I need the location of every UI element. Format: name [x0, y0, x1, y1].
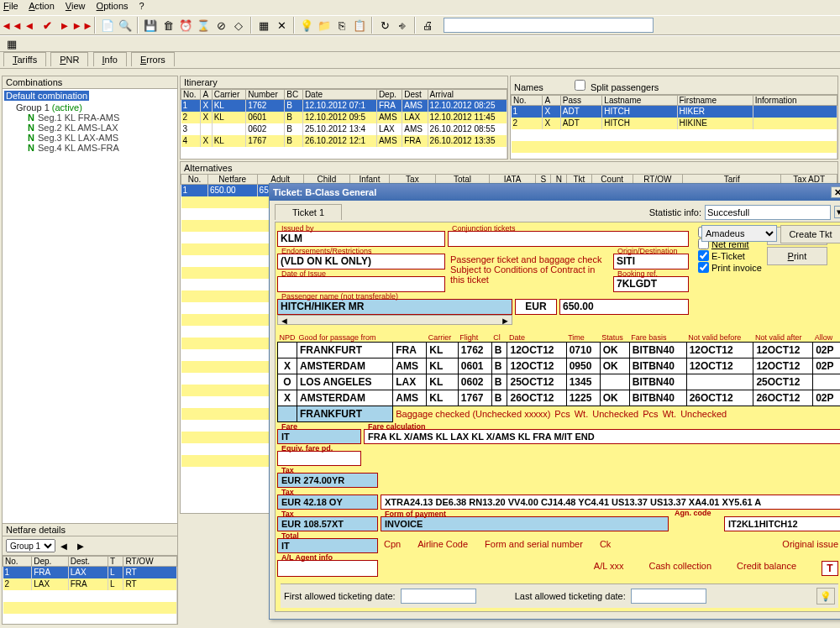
prev-icon[interactable]: ◄ [21, 17, 38, 34]
tree-seg-1[interactable]: NSeg.1 KL FRA-AMS [28, 113, 176, 123]
itinerary-title: Itinerary [181, 76, 507, 88]
itinerary-panel: Itinerary No.ACarrierNumberBCDateDep.Des… [180, 76, 508, 160]
split-passengers-checkbox[interactable] [575, 80, 585, 91]
table-row[interactable]: 2XADTHITCHHIKINE [512, 118, 837, 129]
hourglass-icon[interactable]: ⌛ [195, 17, 212, 34]
tab-tariffs[interactable]: Tariffs [3, 52, 46, 66]
menu-view[interactable]: View [66, 1, 86, 11]
rewind-icon[interactable]: ◄◄ [3, 17, 20, 34]
scroll-left-icon[interactable]: ◄ [280, 316, 289, 324]
alternatives-title: Alternatives [181, 162, 837, 174]
tab-strip: Tariffs PNR Info Errors [0, 52, 840, 69]
netfare-title: Netfare details [3, 524, 177, 536]
next-icon[interactable]: ► [56, 17, 73, 34]
ticket-form: Amadeus Create Tkt Direct Tkt. Net remit… [275, 222, 840, 612]
clock-icon[interactable]: ⏰ [177, 17, 194, 34]
table-row[interactable]: 2LAXFRALRT [3, 578, 177, 590]
names-title: Names Split passengers [511, 76, 837, 94]
save-icon[interactable]: 💾 [142, 17, 159, 34]
ticket-window: Ticket: B-Class General ✕ Ticket 1 Stati… [269, 183, 840, 620]
table-row[interactable]: 1FRALAXLRT [3, 567, 177, 578]
print-icon[interactable]: 🖨 [419, 17, 436, 34]
agn-code: IT2KL1HITCH12 [728, 519, 798, 529]
tree-seg-2[interactable]: NSeg.2 KL AMS-LAX [28, 123, 176, 133]
bulb-icon[interactable]: 💡 [298, 17, 315, 34]
db-icon[interactable]: ▦ [255, 17, 272, 34]
ticketing-dates-row: First allowed ticketing date: Last allow… [281, 584, 838, 608]
menu-file[interactable]: FFileile [3, 1, 18, 11]
table-row[interactable]: 1XKL1762B12.10.2012 07:1FRAAMS12.10.2012… [181, 100, 507, 112]
netfare-grid[interactable]: No.Dep.Dest.TRT/OW 1FRALAXLRT 2LAXFRALRT [3, 555, 177, 624]
stat-dropdown-icon[interactable]: ▾ [834, 206, 840, 218]
tree-seg-4[interactable]: NSeg.4 KL AMS-FRA [28, 143, 176, 153]
small-btn-1[interactable]: ▦ [3, 35, 20, 52]
toolbar-main: ◄◄ ◄ ✔ ► ►► 📄 🔍 💾 🗑 ⏰ ⌛ ⊘ ◇ ▦ ✕ 💡 📁 ⎘ 📋 … [0, 15, 840, 35]
names-panel: Names Split passengers No.APassLastnameF… [510, 76, 838, 160]
folder-icon[interactable]: 📁 [316, 17, 333, 34]
table-row[interactable]: 2XKL0601B12.10.2012 09:5AMSLAX12.10.2012… [181, 112, 507, 123]
segment-last-row: FRANKFURTBaggage checked (Unchecked xxxx… [278, 406, 841, 422]
last-date-label: Last allowed ticketing date: [515, 591, 626, 601]
paste-icon[interactable]: 📋 [351, 17, 368, 34]
stat-label: Statistic info: [649, 207, 701, 217]
menu-help[interactable]: ? [139, 1, 144, 11]
table-row[interactable]: 1XADTHITCHHIKER [512, 106, 837, 118]
ffwd-icon[interactable]: ►► [74, 17, 91, 34]
door-icon[interactable]: ⎆ [394, 17, 411, 34]
netfare-next-icon[interactable]: ► [72, 537, 89, 554]
netfare-group-select[interactable]: Group 1 [6, 539, 55, 552]
create-ticket-button[interactable]: Create Tkt [780, 225, 840, 243]
ticket-tab-1[interactable]: Ticket 1 [275, 204, 342, 220]
print-button[interactable]: Print [767, 247, 827, 265]
refresh-icon[interactable]: ↻ [376, 17, 393, 34]
segment-row[interactable]: XAMSTERDAMAMSKL1767B26OCT121225OKBITBN40… [278, 390, 841, 406]
table-row[interactable]: 4XKL1767B26.10.2012 12:1AMSFRA26.10.2012… [181, 135, 507, 147]
print-invoice-checkbox[interactable] [698, 262, 709, 273]
combinations-title: Combinations [3, 76, 177, 89]
netfare-details-panel: Netfare details Group 1 ◄ ► No.Dep.Dest.… [3, 523, 177, 624]
first-date-input[interactable] [401, 589, 476, 604]
delete-icon[interactable]: 🗑 [160, 17, 176, 34]
segment-row[interactable]: FRANKFURTFRAKL1762B12OCT120710OKBITBN401… [278, 343, 841, 358]
segment-row[interactable]: XAMSTERDAMAMSKL0601B12OCT120950OKBITBN40… [278, 358, 841, 374]
segment-row[interactable]: OLOS ANGELESLAXKL0602B25OCT121345BITBN40… [278, 374, 841, 390]
table-row[interactable]: 30602B25.10.2012 13:4LAXAMS26.10.2012 08… [181, 123, 507, 135]
eticket-checkbox[interactable] [698, 250, 709, 261]
tab-pnr[interactable]: PNR [50, 52, 88, 66]
fare-calc: FRA KL X/AMS KL LAX KL X/AMS KL FRA M/IT… [368, 432, 595, 442]
cancel-icon[interactable]: ⊘ [213, 17, 229, 34]
menu-options[interactable]: Options [97, 1, 129, 11]
close-icon[interactable]: ✕ [831, 186, 840, 198]
endorsement-value: (VLD ON KL ONLY) [281, 255, 442, 268]
copy-icon[interactable]: ⎘ [333, 17, 350, 34]
ticket-title: Ticket: B-Class General [273, 187, 376, 197]
booking-ref: 7KLGDT [617, 278, 685, 290]
tree-root[interactable]: Default combination [4, 91, 89, 101]
combinations-tree[interactable]: Default combination Group 1 (active) NSe… [3, 89, 177, 523]
send-icon[interactable]: ◇ [230, 17, 247, 34]
ticket-titlebar[interactable]: Ticket: B-Class General ✕ [270, 184, 840, 201]
ticket-actions: Amadeus Create Tkt Direct Tkt. Net remit… [698, 225, 840, 273]
doc-icon[interactable]: 📄 [99, 17, 116, 34]
netfare-prev-icon[interactable]: ◄ [55, 537, 72, 554]
tree-group[interactable]: Group 1 (active) [16, 102, 82, 113]
scroll-right-icon[interactable]: ► [501, 316, 510, 324]
check-icon[interactable]: ✔ [39, 17, 55, 34]
origin-value: SITI [617, 255, 685, 268]
names-grid[interactable]: No.APassLastnameFirstnameInformation 1XA… [511, 94, 837, 159]
tab-info[interactable]: Info [93, 52, 127, 66]
cross-icon[interactable]: ✕ [273, 17, 290, 34]
combinations-panel: Combinations Default combination Group 1… [2, 76, 178, 625]
last-date-input[interactable] [631, 589, 706, 604]
tax-breakdown: XTRA24.13 DE6.38 RN13.20 VV4.00 CJ14.48 … [385, 497, 761, 507]
gds-select[interactable]: Amadeus [701, 225, 777, 242]
itinerary-grid[interactable]: No.ACarrierNumberBCDateDep.DestArrival 1… [181, 88, 507, 159]
search-icon[interactable]: 🔍 [117, 17, 134, 34]
issued-by-value: KLM [281, 233, 442, 245]
stat-input[interactable] [705, 205, 831, 220]
menu-action[interactable]: Action [29, 1, 55, 11]
toolbar-search-input[interactable] [444, 18, 654, 33]
tab-errors[interactable]: Errors [131, 52, 175, 66]
tree-seg-3[interactable]: NSeg.3 KL LAX-AMS [28, 133, 176, 143]
hint-bulb-icon[interactable]: 💡 [816, 588, 835, 604]
